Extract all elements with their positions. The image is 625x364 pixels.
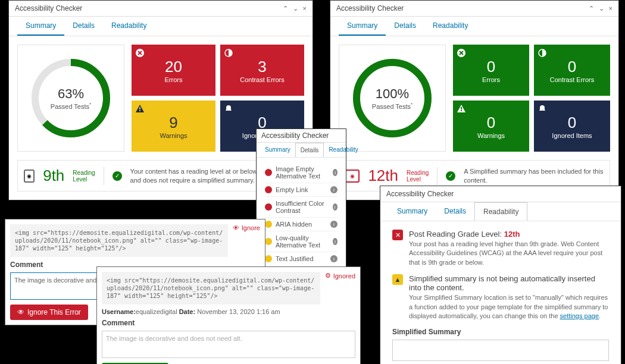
card-ignored[interactable]: 0Ignored Items [534,101,610,152]
x-circle-icon [135,48,145,58]
detail-row[interactable]: Text Justifiedi [265,252,338,266]
check-icon: ✓ [112,171,122,181]
tab-details[interactable]: Details [386,17,424,36]
bell-icon [224,104,233,114]
warning-icon [457,104,466,114]
reading-level-icon: ◉ [24,170,35,183]
svg-rect-5 [139,110,140,111]
contrast-icon [224,48,233,58]
ignored-badge: ⚙Ignored [325,272,355,280]
reading-grade-label: ReadingLevel [407,170,429,183]
card-contrast[interactable]: 3Contrast Errors [220,45,304,96]
reading-grade: 12th [368,167,398,185]
tab-summary[interactable]: Summary [17,17,64,36]
check-icon: ✓ [446,171,455,181]
tab-readability[interactable]: Readability [103,17,155,36]
tab-details[interactable]: Details [64,17,103,36]
summary-alert-title: Simplified summary is not being automati… [409,274,609,292]
detail-row[interactable]: ARIA hiddeni [265,218,338,231]
detail-row[interactable]: Low-quality Alternative Texti [265,231,338,252]
tab-summary[interactable]: Summary [339,17,386,36]
svg-rect-10 [461,110,462,111]
panel-title: Accessibility Checker [336,4,404,12]
detail-text: Low-quality Alternative Text [276,234,329,249]
reading-grade-label: ReadingLevel [73,170,95,183]
info-icon[interactable]: i [333,203,338,211]
tab-summary[interactable]: Summary [389,202,436,221]
status-dot [265,203,272,211]
chevron-down-icon[interactable]: ⌄ [293,5,298,12]
status-dot [265,186,272,193]
status-dot [265,169,272,176]
info-icon[interactable]: i [330,186,338,193]
comment-readonly: The image is decorative and does not nee… [102,331,355,358]
panel-title: Accessibility Checker [15,4,82,12]
detail-text: Insufficient Color Contrast [276,200,329,214]
gauge-percent: 63% [51,86,91,102]
code-snippet: <img src="https://demosite.equalizedigit… [10,224,228,257]
ignore-error-button[interactable]: 👁Ignore This Error [10,305,88,320]
ignore-meta: Username:equalizedigital Date: November … [102,308,355,315]
chevron-up-icon[interactable]: ⌃ [283,5,288,12]
tab-details[interactable]: Details [436,202,474,221]
svg-rect-9 [461,107,462,109]
card-contrast[interactable]: 0Contrast Errors [534,45,610,96]
passed-tests-gauge: 100%Passed Tests* [339,45,446,152]
status-dot [265,238,272,245]
card-warnings[interactable]: 9Warnings [132,101,215,152]
detail-row[interactable]: Insufficient Color Contrasti [265,197,338,218]
ignore-toggle[interactable]: 👁Ignore [233,224,260,231]
info-icon[interactable]: i [330,255,338,262]
contrast-icon [538,48,547,58]
settings-link[interactable]: settings page [560,312,599,319]
detail-text: Image Empty Alternative Text [276,165,329,180]
detail-row[interactable]: Image Empty Alternative Texti [265,162,338,183]
warning-icon: ▲ [392,274,403,285]
svg-rect-4 [139,107,140,109]
reading-level-icon: ◉ [345,170,360,183]
simplified-summary-label: Simplified Summary [392,328,609,336]
chevron-up-icon[interactable]: ⌃ [589,5,594,12]
card-warnings[interactable]: 0Warnings [453,101,529,152]
code-snippet: <img src="https://demosite.equalizedigit… [102,272,320,305]
card-errors[interactable]: 0Errors [453,45,529,96]
tab-readability[interactable]: Readability [474,202,527,221]
close-icon[interactable]: × [303,5,307,12]
detail-text: Text Justified [276,255,314,262]
close-icon[interactable]: × [609,5,612,12]
status-dot [265,221,272,228]
tab-summary[interactable]: Summary [260,143,295,157]
gear-icon: ⚙ [325,272,331,280]
panel-title: Accessibility Checker [261,131,329,140]
detail-text: Empty Link [276,186,308,193]
info-icon[interactable]: i [333,169,338,176]
reading-grade: 9th [43,167,64,185]
chevron-down-icon[interactable]: ⌄ [599,5,604,12]
reading-level-alert-title: Post Reading Grade Level: 12th [409,230,609,239]
warning-icon [135,104,145,114]
detail-text: ARIA hidden [276,221,312,228]
passed-tests-gauge: 63%Passed Tests* [17,45,124,152]
tab-readability[interactable]: Readability [424,17,476,36]
eye-slash-icon: 👁 [17,308,24,316]
simplified-summary-input[interactable] [392,340,609,361]
tab-readability[interactable]: Readability [324,143,362,157]
eye-slash-icon: 👁 [233,224,239,231]
info-icon[interactable]: i [330,221,338,228]
card-errors[interactable]: 20Errors [132,45,215,96]
x-icon: ✕ [392,230,403,240]
panel-title: Accessibility Checker [386,190,454,198]
info-icon[interactable]: i [333,238,338,245]
x-circle-icon [457,48,466,58]
detail-row[interactable]: Empty Linki [265,183,338,197]
bell-icon [538,104,547,114]
status-dot [265,255,272,262]
tab-details[interactable]: Details [295,143,324,157]
comment-label: Comment [102,319,355,327]
